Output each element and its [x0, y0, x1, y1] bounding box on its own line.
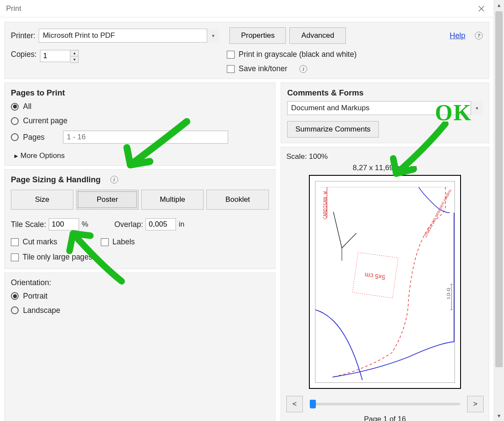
preview-page: CARDIGAN W 5x5 cm	[315, 181, 455, 383]
orientation-panel: Orientation: Portrait Landscape	[4, 273, 275, 421]
preview-dimensions: 8,27 x 11,69 Inches	[286, 164, 484, 172]
multiple-tab-button[interactable]: Multiple	[141, 190, 204, 210]
scroll-up-icon[interactable]: ▲	[494, 0, 504, 10]
pages-title: Pages to Print	[11, 88, 269, 98]
titlebar: Print	[0, 0, 494, 17]
svg-text:CARDIGAN  W: CARDIGAN W	[323, 191, 328, 219]
overlap-label: Overlap:	[114, 220, 143, 229]
chevron-down-icon: ▾	[471, 101, 483, 115]
sizing-title: Page Sizing & Handling	[11, 175, 101, 184]
svg-text:Značka pro sesazení rukávu: Značka pro sesazení rukávu	[423, 188, 452, 238]
labels-checkbox[interactable]: Labels	[101, 237, 135, 247]
printer-select[interactable]: Microsoft Print to PDF ▾	[39, 29, 219, 43]
overlap-suffix: in	[179, 220, 184, 229]
next-page-button[interactable]: >	[467, 396, 484, 412]
dialog-content: Print Printer: Microsoft Print to PDF ▾ …	[0, 0, 494, 421]
landscape-radio[interactable]: Landscape	[11, 306, 269, 315]
save-ink-checkbox[interactable]: Save ink/toner	[227, 64, 287, 73]
page-slider[interactable]	[310, 403, 460, 405]
tile-scale-label: Tile Scale:	[11, 220, 46, 229]
slider-thumb[interactable]	[310, 400, 316, 408]
booklet-tab-button[interactable]: Booklet	[206, 190, 269, 210]
svg-text:1  (1-1): 1 (1-1)	[446, 288, 451, 299]
pages-to-print-panel: Pages to Print All Current page Pages ▶M…	[4, 82, 275, 166]
spinner-down-icon[interactable]: ▼	[70, 56, 78, 62]
tile-scale-input[interactable]	[49, 218, 79, 230]
svg-text:5x5 cm: 5x5 cm	[364, 271, 385, 281]
tile-large-checkbox[interactable]: Tile only large pages	[11, 253, 93, 262]
printer-label: Printer:	[11, 31, 35, 40]
properties-button[interactable]: Properties	[229, 27, 286, 44]
tile-scale-suffix: %	[82, 220, 88, 229]
more-options-toggle[interactable]: ▶More Options	[14, 151, 269, 160]
save-ink-info-icon[interactable]: i	[299, 65, 307, 73]
pages-range-radio[interactable]: Pages	[11, 133, 45, 142]
printer-panel: Printer: Microsoft Print to PDF ▾ Proper…	[4, 22, 489, 79]
poster-tab-button[interactable]: Poster	[76, 190, 139, 210]
preview-pager: < >	[286, 396, 484, 412]
grayscale-checkbox[interactable]: Print in grayscale (black and white)	[227, 50, 356, 59]
scrollbar-thumb[interactable]	[495, 11, 503, 367]
annotation-ok-text: OK	[435, 100, 472, 125]
copies-label: Copies:	[11, 50, 36, 59]
cut-marks-checkbox[interactable]: Cut marks	[11, 237, 57, 247]
close-button[interactable]	[474, 1, 489, 16]
size-tab-button[interactable]: Size	[11, 190, 73, 210]
copies-stepper[interactable]: ▲ ▼	[40, 50, 79, 63]
close-icon	[478, 6, 484, 12]
copies-input[interactable]	[40, 50, 70, 62]
comments-title: Comments & Forms	[287, 88, 483, 98]
preview-canvas: CARDIGAN W 5x5 cm	[309, 175, 461, 389]
window-scrollbar[interactable]: ▲ ▼	[494, 0, 504, 421]
pattern-drawing: CARDIGAN W 5x5 cm	[315, 181, 454, 382]
pages-current-radio[interactable]: Current page	[11, 116, 269, 125]
orientation-title: Orientation:	[11, 278, 269, 287]
summarize-comments-button[interactable]: Summarize Comments	[287, 121, 379, 138]
preview-page-status: Page 1 of 16	[286, 415, 484, 421]
dialog-title: Print	[6, 4, 21, 13]
print-dialog-window: Print Printer: Microsoft Print to PDF ▾ …	[0, 0, 504, 421]
printer-select-value: Microsoft Print to PDF	[39, 29, 219, 43]
sizing-info-icon[interactable]: i	[110, 176, 118, 184]
pages-range-input[interactable]	[63, 131, 228, 144]
portrait-radio[interactable]: Portrait	[11, 292, 269, 301]
help-link[interactable]: Help	[450, 31, 465, 40]
overlap-input[interactable]	[146, 218, 176, 230]
triangle-right-icon: ▶	[14, 153, 18, 159]
prev-page-button[interactable]: <	[286, 396, 303, 412]
preview-scale-label: Scale: 100%	[286, 152, 484, 161]
page-sizing-panel: Page Sizing & Handling i Size Poster Mul…	[4, 169, 275, 269]
spinner-up-icon[interactable]: ▲	[70, 50, 78, 56]
scroll-down-icon[interactable]: ▼	[494, 411, 504, 421]
advanced-button[interactable]: Advanced	[289, 27, 346, 44]
chevron-down-icon: ▾	[207, 29, 219, 43]
pages-all-radio[interactable]: All	[11, 102, 269, 111]
preview-panel: Scale: 100% 8,27 x 11,69 Inches CARDIGAN…	[281, 147, 489, 421]
help-info-icon[interactable]: ?	[475, 32, 483, 39]
